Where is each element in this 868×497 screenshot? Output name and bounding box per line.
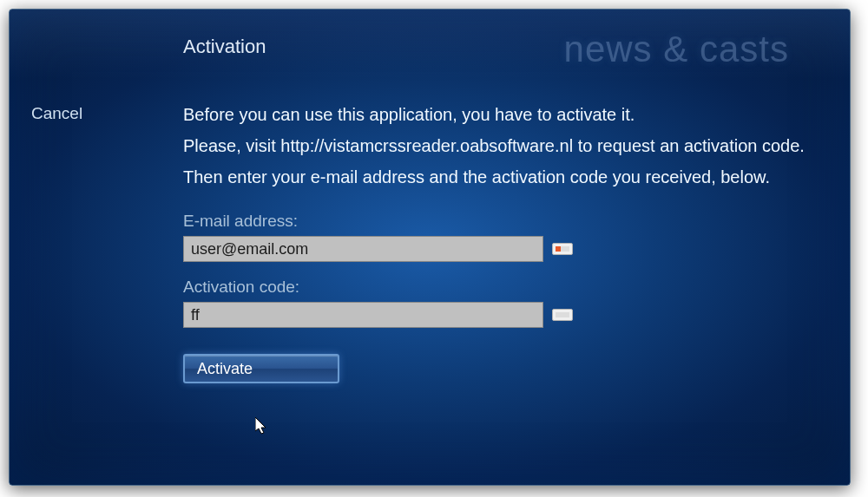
email-field[interactable]	[183, 236, 543, 262]
cursor-icon	[255, 417, 269, 436]
code-group: Activation code:	[183, 278, 815, 328]
email-group: E-mail address:	[183, 212, 815, 262]
keyboard-icon[interactable]	[552, 309, 573, 321]
email-input-row	[183, 236, 815, 262]
instruction-line-2: Please, visit http://vistamcrssreader.oa…	[183, 132, 815, 160]
header: Activation news & casts	[10, 10, 850, 88]
brand-text: news & casts	[564, 29, 789, 70]
content-area: Cancel Before you can use this applicati…	[10, 88, 850, 383]
main-panel: Before you can use this application, you…	[170, 101, 815, 383]
email-label: E-mail address:	[183, 212, 815, 231]
sidebar: Cancel	[31, 101, 170, 383]
activation-window: Activation news & casts Cancel Before yo…	[9, 9, 851, 486]
activation-code-field[interactable]	[183, 302, 543, 328]
code-input-row	[183, 302, 815, 328]
instruction-line-1: Before you can use this application, you…	[183, 101, 815, 128]
instruction-line-3: Then enter your e-mail address and the a…	[183, 163, 815, 191]
page-title: Activation	[183, 36, 266, 58]
code-label: Activation code:	[183, 278, 815, 297]
cancel-button[interactable]: Cancel	[31, 104, 170, 123]
activate-button[interactable]: Activate	[183, 354, 339, 383]
instructions-text: Before you can use this application, you…	[183, 101, 815, 191]
keyboard-icon[interactable]	[552, 243, 573, 255]
